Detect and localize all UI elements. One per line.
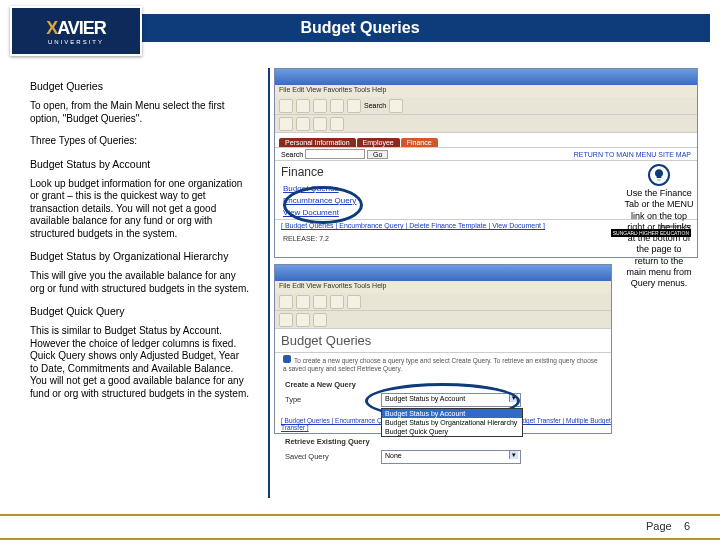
left-column: Budget Queries To open, from the Main Me… [30,80,250,410]
browser-toolbar[interactable] [275,293,611,311]
left-p5: This is similar to Budget Status by Acco… [30,325,250,400]
left-h4: Budget Quick Query [30,305,250,317]
refresh-icon[interactable] [330,99,344,113]
create-query-label: Create a New Query [285,380,375,389]
window-titlebar [275,265,611,281]
tool-icon[interactable] [313,117,327,131]
dropdown-option[interactable]: Budget Status by Organizational Hierarch… [382,418,522,427]
retrieve-query-label: Retrieve Existing Query [285,437,375,446]
tool-icon[interactable] [330,117,344,131]
tip-text: Use the Finance Tab or the MENU link on … [624,188,694,289]
budget-queries-heading: Budget Queries [275,329,611,352]
screenshot-budget-queries: File Edit View Favorites Tools Help Budg… [274,264,612,434]
window-menubar[interactable]: File Edit View Favorites Tools Help [275,85,697,97]
tip-callout: Use the Finance Tab or the MENU link on … [624,164,694,289]
left-h2: Budget Status by Account [30,158,250,170]
dropdown-option[interactable]: Budget Quick Query [382,427,522,436]
window-titlebar [275,69,697,85]
logo-main: XAVIER [46,18,106,39]
back-icon[interactable] [279,99,293,113]
stop-icon[interactable] [313,295,327,309]
saved-query-label: Saved Query [285,452,375,461]
type-label: Type [285,395,375,404]
page-number: 6 [684,520,690,532]
dropdown-option[interactable]: Budget Status by Account [382,409,522,418]
app-tabs: Personal Information Employee Finance [275,133,697,147]
back-icon[interactable] [279,295,293,309]
search-input[interactable] [305,149,365,159]
browser-toolbar-2[interactable] [275,115,697,133]
search-toolbar-label: Search [364,102,386,109]
logo-sub: UNIVERSITY [48,39,104,45]
left-p1: To open, from the Main Menu select the f… [30,100,250,125]
tab-employee[interactable]: Employee [357,138,400,147]
search-label: Search [281,151,303,158]
page-label: Page [646,520,672,532]
forward-icon[interactable] [296,99,310,113]
dropdown-list: Budget Status by Account Budget Status b… [381,408,523,437]
right-column: File Edit View Favorites Tools Help Sear… [268,68,702,498]
window-menubar[interactable]: File Edit View Favorites Tools Help [275,281,611,293]
browser-toolbar-2[interactable] [275,311,611,329]
saved-query-row: Saved Query None [275,448,611,466]
left-h3: Budget Status by Organizational Hierarch… [30,250,250,262]
page-title: Budget Queries [300,19,419,37]
go-button[interactable]: Go [367,150,388,159]
saved-query-dropdown[interactable]: None [381,450,521,464]
tab-personal[interactable]: Personal Information [279,138,356,147]
top-right-links[interactable]: RETURN TO MAIN MENU SITE MAP [574,151,691,158]
home-icon[interactable] [347,99,361,113]
tool-icon[interactable] [279,117,293,131]
favorites-icon[interactable] [389,99,403,113]
tool-icon[interactable] [296,117,310,131]
lightbulb-icon [648,164,670,186]
refresh-icon[interactable] [330,295,344,309]
tool-icon[interactable] [296,313,310,327]
footer-divider [0,514,720,516]
tool-icon[interactable] [279,313,293,327]
forward-icon[interactable] [296,295,310,309]
budget-queries-sub: To create a new query choose a query typ… [275,353,611,378]
tool-icon[interactable] [313,313,327,327]
left-p3: Look up budget information for one organ… [30,178,250,241]
logo: XAVIER UNIVERSITY [10,6,142,56]
highlight-ellipse-icon [283,186,363,224]
stop-icon[interactable] [313,99,327,113]
tab-finance[interactable]: Finance [401,138,438,147]
search-row: Search Go RETURN TO MAIN MENU SITE MAP [275,147,697,161]
browser-toolbar[interactable]: Search [275,97,697,115]
left-p2: Three Types of Queries: [30,135,250,148]
home-icon[interactable] [347,295,361,309]
left-p4: This will give you the available balance… [30,270,250,295]
left-heading: Budget Queries [30,80,250,92]
page-footer: Page 6 [646,520,690,532]
